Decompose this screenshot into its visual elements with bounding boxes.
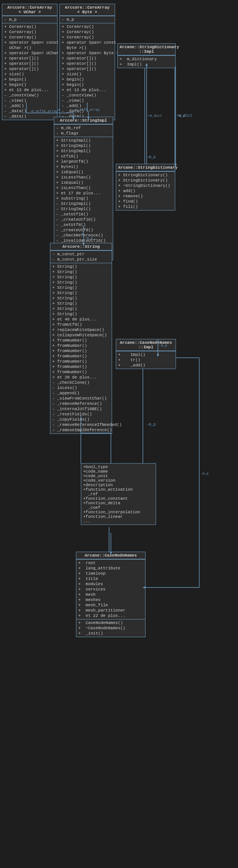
item: + operator[]() [4,66,55,72]
box-stringdictionary: Arcane::StringDictionary + StringDiction… [116,164,175,211]
item: - _view() [4,98,55,103]
item: + et 22 de plus... [78,613,143,618]
item: + meshes [78,597,143,603]
item: - _checkReference() [56,233,111,238]
item: +function_delta [83,501,154,505]
item: + timeloop [78,571,143,576]
item: - m_nb_ref [56,125,111,131]
item: + isEqual() [56,169,111,175]
item: + operator Span< const UChar >() [4,40,55,50]
item: + fromNumber() [52,338,110,343]
item: + operator Span< const Byte >() [62,40,113,50]
item: + operator Span< UChar >() [4,50,55,56]
item: - _constView() [4,93,55,98]
item: - _add() [4,103,55,108]
item: - isLess() [52,385,110,391]
item: +function_activation [83,487,154,492]
item: + StringDictionary() [118,172,173,178]
header-stringimpl: Arccore::StringImpl [54,117,113,124]
header-corearray-uchar: Arccore::CoreArray< UChar > [2,4,57,16]
item: + modules [78,581,143,587]
item: + fromNumber() [52,369,110,375]
item: + m_dictionary [120,56,173,62]
item: + largeUtf8() [56,159,111,164]
item: +function_constant [83,496,154,501]
svg-text:-m_p: -m_p [177,114,185,118]
item: + begin() [4,82,55,87]
item: + mesh_partitioner [78,608,143,613]
item: + CoreArray() [4,24,55,29]
item: + String() [52,285,110,290]
section-stringdictionary-impl: + m_dictionary + Impl() [118,55,175,68]
item: + begin() [62,82,113,87]
item: + fromNumber() [52,343,110,348]
item: - _view() [62,98,113,103]
box-corearray-uchar: Arccore::CoreArray< UChar > - m_p + Core… [2,4,58,120]
item: + StringImpl() [56,143,111,148]
item: + CoreArray() [62,24,113,29]
item: + replaceWhiteSpace() [52,327,110,333]
item: + remove() [118,194,173,199]
item: + fromNumber() [52,354,110,359]
item: + et 13 de plus... [62,87,113,93]
item: +function_interpolation [83,510,154,514]
item: + String() [52,275,110,280]
header-casenodenames: Arcane::CaseNodeNames [76,552,145,559]
item: - StringImpl() [56,206,111,212]
item: + collapseWhiteSpace() [52,333,110,338]
item: + add() [118,188,173,194]
item: + String() [52,280,110,285]
item: - StringImpl() [56,201,111,206]
item: - _viewFromConstChar() [52,396,110,401]
item: + operator[]() [62,66,113,72]
item: +code_unit [83,474,154,478]
item: + fromNumber() [52,364,110,369]
section-fields-uchar: - m_p [2,16,57,23]
item: - _copyFields() [52,417,110,422]
section-methods-byte: + CoreArray() + CoreArray() + CoreArray(… [60,23,115,120]
item: +bool_type [83,465,154,469]
item: + operator Span< Byte >() [62,50,113,56]
item: + _add() [118,363,174,368]
box-casenodenames-impl: Arcane::CaseNodeNames::Impl + Impl() + t… [116,339,176,369]
item: + size() [62,72,113,77]
item: + tr() [118,357,174,363]
header-stringdictionary-impl: Arcane::StringDictionary::Impl [118,44,175,55]
item: + operator[]() [4,56,55,61]
header-arccore-string: Arccore::String [50,243,112,250]
item: + CoreArray() [62,35,113,40]
item: + find() [118,199,173,204]
item: + String() [52,296,110,301]
item: - _setUtf8() [56,222,111,227]
svg-text:-m_p: -m_p [147,155,156,159]
item: + isLessThan() [56,175,111,180]
item: + StringDictionary() [118,178,173,183]
item: + isLessThan() [56,185,111,191]
item: + operator[]() [62,56,113,61]
item: ... [83,519,154,523]
item: + services [78,587,143,592]
item: - _createUtf8() [56,227,111,233]
box-stringdictionary-impl: Arcane::StringDictionary::Impl + m_dicti… [117,43,176,68]
item: - m_flags [56,131,111,136]
item: - _data() [4,108,55,114]
item: - _removeImplReference() [52,427,110,433]
item: + Impl() [120,62,173,67]
item: - m_const_ptr_size [52,257,110,262]
svg-text:-m_p: -m_p [147,423,156,427]
item: _coef [83,505,154,510]
item: + Impl() [118,352,174,357]
item: +description [83,483,154,487]
item: +function_linear [83,514,154,519]
item: + CoreArray() [4,29,55,35]
section-stringdictionary: + StringDictionary() + StringDictionary(… [116,171,175,210]
item: + substring() [56,196,111,201]
item: + operator[]() [4,61,55,66]
header-stringdictionary: Arcane::StringDictionary [116,164,175,171]
svg-overlay: -m_utf16_array -m_utf8_array -m_p -m_p +… [0,0,238,868]
item: + fill() [118,204,173,209]
box-corearray-byte: Arccore::CoreArray< Byte > - m_p + CoreA… [59,4,115,120]
item: + bytes() [56,164,111,169]
item: - _data() [62,108,113,114]
item: + begin() [4,77,55,82]
